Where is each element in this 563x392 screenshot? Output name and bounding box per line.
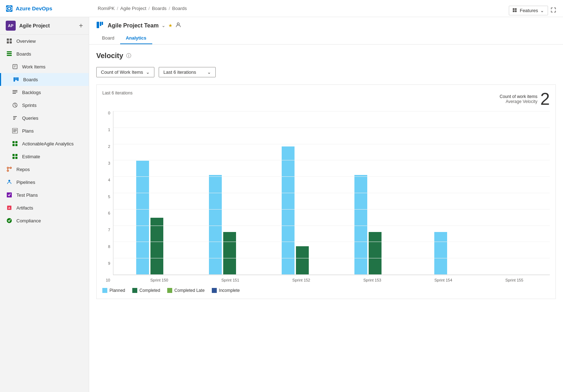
sprint-group-4 <box>404 232 477 275</box>
svg-rect-42 <box>97 22 99 28</box>
sidebar-label-artifacts: Artifacts <box>16 205 33 211</box>
sidebar-item-queries[interactable]: Queries <box>0 112 89 124</box>
metric-dropdown[interactable]: Count of Work Items ⌄ <box>96 67 154 77</box>
svg-point-37 <box>9 180 10 182</box>
backlogs-icon <box>11 89 19 96</box>
iterations-dropdown[interactable]: Last 6 iterations ⌄ <box>159 67 216 77</box>
velocity-value: 2 <box>540 91 550 108</box>
svg-rect-16 <box>12 90 17 91</box>
sidebar-item-sprints[interactable]: Sprints <box>0 99 89 112</box>
y-label-5: 5 <box>102 195 110 199</box>
sidebar-label-estimate: Estimate <box>22 154 40 159</box>
add-project-button[interactable]: + <box>79 22 83 30</box>
sidebar: AP Agile Project + Overview Boards Work … <box>0 17 89 392</box>
svg-point-2 <box>8 7 10 10</box>
sidebar-item-overview[interactable]: Overview <box>0 35 89 47</box>
sidebar-item-backlogs[interactable]: Backlogs <box>0 86 89 99</box>
svg-rect-25 <box>15 141 17 143</box>
legend-label-completed-late: Completed Late <box>174 288 205 293</box>
legend-completed-late: Completed Late <box>167 288 205 293</box>
sprint-group-3 <box>332 175 404 275</box>
grid-line <box>113 128 550 128</box>
x-label-0: Sprint 150 <box>124 277 195 282</box>
boards-icon <box>12 76 20 83</box>
svg-rect-27 <box>15 144 17 146</box>
sidebar-label-test-plans: Test Plans <box>16 192 38 198</box>
legend-color-completed-late <box>167 288 172 293</box>
sprints-icon <box>11 102 19 109</box>
x-label-2: Sprint 152 <box>266 277 337 282</box>
sidebar-label-actionable-agile: ActionableAgile Analytics <box>22 141 74 146</box>
iterations-dropdown-chevron: ⌄ <box>207 69 211 75</box>
svg-rect-9 <box>7 55 12 56</box>
y-label-10: 10 <box>102 278 110 282</box>
bars-wrapper <box>113 111 550 275</box>
bar-completed-3 <box>369 232 382 275</box>
bar-planned-1 <box>209 175 222 275</box>
team-chevron-icon[interactable]: ⌄ <box>162 23 165 28</box>
sidebar-item-boards[interactable]: Boards <box>0 73 89 86</box>
svg-rect-17 <box>12 92 17 92</box>
x-labels: Sprint 150Sprint 151Sprint 152Sprint 153… <box>113 277 550 282</box>
page-title-row: Velocity ⓘ <box>96 52 556 60</box>
breadcrumb-agile-project[interactable]: Agile Project <box>120 6 146 11</box>
sidebar-label-pipelines: Pipelines <box>16 180 35 185</box>
svg-rect-13 <box>14 77 15 82</box>
sidebar-item-compliance[interactable]: Compliance <box>0 214 89 227</box>
sidebar-header: AP Agile Project + <box>0 17 89 35</box>
y-label-3: 3 <box>102 161 110 165</box>
boards-header-icon <box>6 50 13 57</box>
y-label-4: 4 <box>102 178 110 182</box>
logo-area[interactable]: Azure DevOps <box>6 5 95 12</box>
breadcrumb-boards-2[interactable]: Boards <box>172 6 187 11</box>
sidebar-item-pipelines[interactable]: Pipelines <box>0 176 89 189</box>
sidebar-item-artifacts[interactable]: A Artifacts <box>0 201 89 214</box>
sidebar-item-test-plans[interactable]: Test Plans <box>0 189 89 201</box>
avatar: AP <box>6 21 16 31</box>
sidebar-item-repos[interactable]: Repos <box>0 163 89 176</box>
tab-analytics[interactable]: Analytics <box>120 32 152 44</box>
svg-text:A: A <box>8 206 10 210</box>
svg-rect-8 <box>7 53 12 54</box>
artifacts-icon: A <box>6 204 13 211</box>
svg-rect-38 <box>7 192 12 197</box>
y-label-1: 1 <box>102 128 110 132</box>
page-title: Velocity <box>96 52 123 60</box>
breadcrumb-romipk[interactable]: RomiPK <box>98 6 115 11</box>
sidebar-item-plans[interactable]: Plans <box>0 124 89 137</box>
sidebar-label-boards: Boards <box>23 77 38 82</box>
legend-incomplete: Incomplete <box>212 288 240 293</box>
y-label-6: 6 <box>102 211 110 215</box>
favorite-icon[interactable]: ★ <box>168 23 173 28</box>
x-label-3: Sprint 153 <box>337 277 408 282</box>
sidebar-label-backlogs: Backlogs <box>22 90 41 95</box>
chart-area: 10 9 8 7 6 5 4 3 2 1 0 <box>102 111 550 282</box>
chart-header: Last 6 iterations Count of work items Av… <box>102 91 550 108</box>
team-person-icon[interactable] <box>175 22 181 29</box>
sidebar-item-boards-header[interactable]: Boards <box>0 47 89 60</box>
svg-point-32 <box>7 167 9 169</box>
legend-label-incomplete: Incomplete <box>219 288 240 293</box>
svg-rect-43 <box>100 22 101 26</box>
svg-rect-21 <box>13 129 17 130</box>
sidebar-item-work-items[interactable]: Work Items <box>0 60 89 73</box>
legend-planned: Planned <box>102 288 125 293</box>
tab-board[interactable]: Board <box>96 32 120 44</box>
tabs: Board Analytics <box>96 32 556 44</box>
info-icon[interactable]: ⓘ <box>126 53 131 59</box>
y-label-7: 7 <box>102 228 110 232</box>
test-plans-icon <box>6 191 13 198</box>
svg-rect-26 <box>12 144 15 146</box>
work-items-icon <box>11 63 19 70</box>
grid-line <box>113 144 550 144</box>
bar-planned-2 <box>282 146 295 275</box>
sidebar-item-actionable-agile[interactable]: ActionableAgile Analytics <box>0 137 89 150</box>
sidebar-project: AP Agile Project <box>6 21 50 31</box>
breadcrumb-boards-1[interactable]: Boards <box>152 6 167 11</box>
queries-icon <box>11 114 19 122</box>
grid-line <box>113 111 550 112</box>
bar-completed-2 <box>296 246 309 275</box>
velocity-summary: Count of work items Average Velocity 2 <box>500 91 550 108</box>
x-label-1: Sprint 151 <box>195 277 266 282</box>
sidebar-item-estimate[interactable]: Estimate <box>0 150 89 163</box>
